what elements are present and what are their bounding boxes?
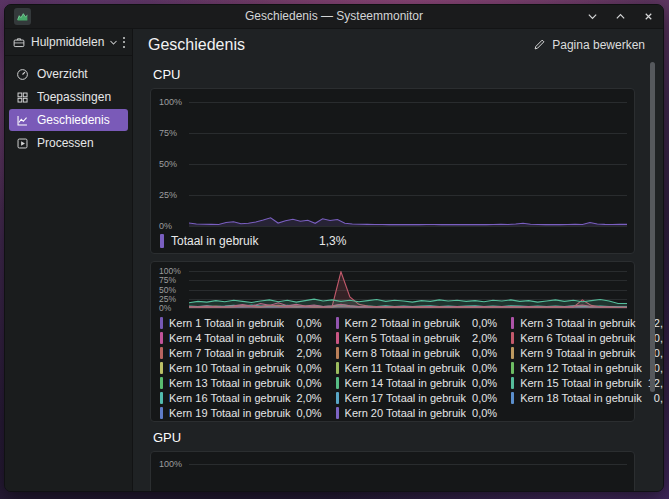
- legend-swatch: [511, 332, 514, 344]
- core-legend-item: Kern 10 Totaal in gebruik0,0%: [160, 360, 332, 375]
- gpu-section-title: GPU: [153, 430, 635, 445]
- legend-swatch: [336, 317, 339, 329]
- core-legend-item: Kern 8 Totaal in gebruik0,0%: [336, 345, 508, 360]
- legend-label: Kern 2 Totaal in gebruik: [345, 317, 460, 329]
- core-legend-item: Kern 1 Totaal in gebruik0,0%: [160, 315, 332, 330]
- core-legend-item: Kern 5 Totaal in gebruik2,0%: [336, 330, 508, 345]
- core-legend-item: Kern 11 Totaal in gebruik0,0%: [336, 360, 508, 375]
- legend-swatch: [160, 332, 163, 344]
- legend-value: 0,0%: [291, 377, 322, 389]
- legend-value: 0,0%: [466, 392, 497, 404]
- grid-icon: [15, 90, 29, 104]
- legend-label: Totaal in gebruik: [171, 234, 319, 248]
- cpu-cores-chart-card: 100%75%50%25%0% Kern 1 Totaal in gebruik…: [150, 261, 635, 422]
- legend-label: Kern 12 Totaal in gebruik: [520, 362, 642, 374]
- legend-swatch: [511, 392, 514, 404]
- legend-value: 2,0%: [291, 347, 322, 359]
- sidebar-item-label: Toepassingen: [37, 90, 111, 104]
- close-button[interactable]: [641, 10, 655, 24]
- sidebar-item-geschiedenis[interactable]: Geschiedenis: [9, 109, 128, 131]
- pencil-icon: [533, 38, 546, 51]
- vertical-scrollbar[interactable]: [650, 62, 655, 392]
- legend-swatch: [336, 347, 339, 359]
- legend-label: Kern 15 Totaal in gebruik: [520, 377, 642, 389]
- legend-label: Kern 1 Totaal in gebruik: [169, 317, 284, 329]
- y-tick-label: 100%: [151, 459, 191, 469]
- core-legend-item: Kern 17 Totaal in gebruik0,0%: [336, 390, 508, 405]
- legend-label: Kern 19 Totaal in gebruik: [169, 407, 291, 419]
- core-legend-item: Kern 15 Totaal in gebruik12,0%: [511, 375, 663, 390]
- core-legend-item: Kern 13 Totaal in gebruik0,0%: [160, 375, 332, 390]
- y-tick-label: 0%: [151, 221, 191, 231]
- legend-label: Kern 3 Totaal in gebruik: [520, 317, 635, 329]
- core-legend-item: Kern 12 Totaal in gebruik0,0%: [511, 360, 663, 375]
- cpu-total-chart: 100%75%50%25%0%: [151, 89, 634, 253]
- chevron-down-icon: [109, 38, 118, 47]
- edit-page-label: Pagina bewerken: [552, 38, 645, 52]
- sidebar-item-overzicht[interactable]: Overzicht: [9, 63, 128, 85]
- legend-value: 0,0%: [466, 347, 497, 359]
- sidebar-item-toepassingen[interactable]: Toepassingen: [9, 86, 128, 108]
- legend-swatch: [160, 392, 163, 404]
- cpu-total-history-plot: [189, 102, 627, 226]
- page-title: Geschiedenis: [148, 36, 245, 54]
- legend-label: Kern 4 Totaal in gebruik: [169, 332, 284, 344]
- legend-label: Kern 13 Totaal in gebruik: [169, 377, 291, 389]
- y-tick-label: 0%: [151, 303, 191, 313]
- tool-selector-label: Hulpmiddelen: [31, 35, 104, 49]
- core-legend-item: Kern 16 Totaal in gebruik2,0%: [160, 390, 332, 405]
- edit-page-button[interactable]: Pagina bewerken: [527, 35, 651, 55]
- legend-swatch: [160, 362, 163, 374]
- core-legend-item: Kern 18 Totaal in gebruik0,0%: [511, 390, 663, 405]
- core-legend-grid: Kern 1 Totaal in gebruik0,0%Kern 2 Totaa…: [160, 315, 628, 420]
- gauge-icon: [15, 67, 29, 81]
- legend-swatch: [511, 362, 514, 374]
- core-legend-item: Kern 14 Totaal in gebruik0,0%: [336, 375, 508, 390]
- scroll-area[interactable]: CPU 100%75%50%25%0% Totaal in gebruik 1,…: [133, 58, 663, 491]
- legend-value: 2,0%: [291, 392, 322, 404]
- core-legend-item: Kern 20 Totaal in gebruik0,0%: [336, 405, 508, 420]
- core-legend-item: Kern 3 Totaal in gebruik2,0%: [511, 315, 663, 330]
- legend-value: 0,0%: [291, 332, 322, 344]
- legend-label: Kern 20 Totaal in gebruik: [345, 407, 467, 419]
- legend-label: Kern 9 Totaal in gebruik: [520, 347, 635, 359]
- minimize-button[interactable]: [585, 10, 599, 24]
- legend-swatch: [336, 377, 339, 389]
- sidebar: Hulpmiddelen Overzicht: [5, 29, 133, 491]
- system-monitor-window: Geschiedenis — Systeemmonitor: [4, 4, 664, 492]
- legend-swatch: [160, 407, 163, 419]
- sidebar-item-processen[interactable]: Processen: [9, 132, 128, 154]
- titlebar[interactable]: Geschiedenis — Systeemmonitor: [5, 5, 663, 29]
- legend-value: 2,0%: [466, 332, 497, 344]
- legend-swatch: [160, 317, 163, 329]
- tool-selector[interactable]: Hulpmiddelen: [12, 35, 118, 49]
- y-tick-label: 100%: [151, 97, 191, 107]
- menu-button[interactable]: [123, 35, 125, 50]
- legend-value: 1,3%: [319, 234, 346, 248]
- legend-swatch: [160, 234, 164, 248]
- core-legend-item: Kern 2 Totaal in gebruik0,0%: [336, 315, 508, 330]
- gridline: [189, 464, 627, 465]
- legend-swatch: [511, 317, 514, 329]
- legend-label: Kern 16 Totaal in gebruik: [169, 392, 291, 404]
- history-chart-icon: [15, 113, 29, 127]
- maximize-button[interactable]: [613, 10, 627, 24]
- cpu-total-chart-card: 100%75%50%25%0% Totaal in gebruik 1,3%: [150, 88, 635, 254]
- legend-value: 0,0%: [466, 317, 497, 329]
- y-tick-label: 25%: [151, 190, 191, 200]
- legend-value: 0,0%: [648, 392, 663, 404]
- legend-swatch: [336, 362, 339, 374]
- legend-value: 0,0%: [466, 407, 497, 419]
- cpu-section-title: CPU: [153, 67, 635, 82]
- legend-label: Kern 5 Totaal in gebruik: [345, 332, 460, 344]
- gridline: [189, 308, 627, 309]
- sidebar-item-label: Processen: [37, 136, 94, 150]
- legend-value: 0,0%: [291, 407, 322, 419]
- legend-label: Kern 6 Totaal in gebruik: [520, 332, 635, 344]
- legend-swatch: [160, 377, 163, 389]
- gpu-chart: 100%75%: [151, 452, 634, 491]
- core-legend-item: Kern 7 Totaal in gebruik2,0%: [160, 345, 332, 360]
- cpu-total-legend: Totaal in gebruik 1,3%: [160, 234, 625, 248]
- process-play-icon: [15, 136, 29, 150]
- core-legend-item: Kern 6 Totaal in gebruik0,0%: [511, 330, 663, 345]
